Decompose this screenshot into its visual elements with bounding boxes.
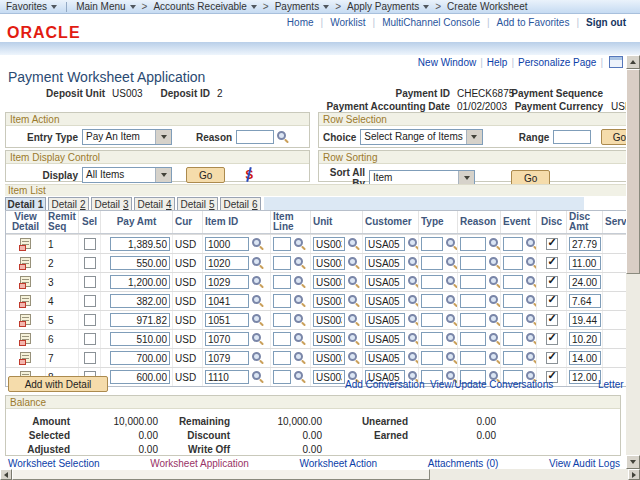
type-input[interactable] — [421, 313, 443, 327]
lookup-icon[interactable] — [526, 295, 537, 307]
unit-input[interactable] — [313, 313, 345, 327]
lookup-icon[interactable] — [489, 333, 501, 345]
breadcrumb-main-menu[interactable]: Main Menu — [76, 1, 135, 12]
lookup-icon[interactable] — [252, 352, 264, 364]
currency-detail-icon[interactable]: S — [243, 168, 255, 182]
disc-checkbox[interactable] — [546, 276, 558, 288]
link-worklist[interactable]: Worklist — [330, 17, 365, 28]
lookup-icon[interactable] — [489, 314, 501, 326]
view-detail-icon[interactable] — [19, 257, 33, 270]
view-detail-icon[interactable] — [19, 276, 33, 289]
disc-amt-input[interactable] — [569, 332, 601, 346]
link-add-to-favorites[interactable]: Add to Favorites — [497, 17, 570, 28]
item-id-input[interactable] — [205, 332, 249, 346]
item-id-input[interactable] — [205, 237, 249, 251]
item-id-input[interactable] — [205, 313, 249, 327]
disc-amt-input[interactable] — [569, 294, 601, 308]
choice-select[interactable]: Select Range of Items — [360, 129, 482, 145]
tab-detail-3[interactable]: Detail3 — [91, 197, 132, 210]
reason-row-input[interactable] — [460, 351, 486, 365]
lookup-icon[interactable] — [252, 276, 264, 288]
sel-checkbox[interactable] — [84, 314, 96, 326]
reason-row-input[interactable] — [460, 256, 486, 270]
type-input[interactable] — [421, 256, 443, 270]
unit-input[interactable] — [313, 275, 345, 289]
item-line-input[interactable] — [273, 256, 291, 270]
type-input[interactable] — [421, 294, 443, 308]
lookup-icon[interactable] — [526, 257, 537, 269]
lookup-icon[interactable] — [348, 276, 360, 288]
breadcrumb-create-worksheet[interactable]: Create Worksheet — [447, 1, 527, 12]
link-multichannel-console[interactable]: MultiChannel Console — [382, 17, 480, 28]
customer-input[interactable] — [365, 237, 405, 251]
customer-input[interactable] — [365, 351, 405, 365]
unit-input[interactable] — [313, 256, 345, 270]
personalize-layout-icon[interactable] — [609, 56, 623, 68]
sel-checkbox[interactable] — [84, 257, 96, 269]
sel-checkbox[interactable] — [84, 276, 96, 288]
item-id-input[interactable] — [205, 351, 249, 365]
item-line-input[interactable] — [273, 370, 291, 384]
disc-amt-input[interactable] — [569, 256, 601, 270]
lookup-icon[interactable] — [408, 276, 419, 288]
reason-input[interactable] — [236, 130, 274, 144]
disc-checkbox[interactable] — [546, 295, 558, 307]
item-line-input[interactable] — [273, 351, 291, 365]
lookup-icon[interactable] — [489, 295, 501, 307]
disc-amt-input[interactable] — [569, 275, 601, 289]
reason-row-input[interactable] — [460, 313, 486, 327]
lookup-icon[interactable] — [446, 238, 458, 250]
lookup-icon[interactable] — [252, 257, 264, 269]
breadcrumb-payments[interactable]: Payments — [275, 1, 329, 12]
lookup-icon[interactable] — [446, 276, 458, 288]
lookup-icon[interactable] — [526, 352, 537, 364]
event-input[interactable] — [503, 313, 523, 327]
entry-type-select[interactable]: Pay An Item — [82, 129, 172, 145]
lookup-icon[interactable] — [252, 371, 264, 383]
horizontal-scroll-thumb[interactable] — [12, 469, 430, 480]
sel-checkbox[interactable] — [84, 333, 96, 345]
pay-amt-input[interactable] — [110, 275, 170, 289]
pay-amt-input[interactable] — [110, 294, 170, 308]
link-sign-out[interactable]: Sign out — [586, 17, 626, 28]
lookup-icon[interactable] — [446, 257, 458, 269]
pay-amt-input[interactable] — [110, 370, 170, 384]
link-personalize-page[interactable]: Personalize Page — [518, 57, 596, 68]
lookup-icon[interactable] — [489, 257, 501, 269]
lookup-icon[interactable] — [252, 333, 264, 345]
link-add-conversation[interactable]: Add Conversation — [345, 379, 425, 390]
unit-input[interactable] — [313, 237, 345, 251]
item-line-input[interactable] — [273, 332, 291, 346]
sel-checkbox[interactable] — [84, 295, 96, 307]
tab-detail-2[interactable]: Detail2 — [48, 197, 89, 210]
tab-detail-6[interactable]: Detail6 — [220, 197, 261, 210]
unit-input[interactable] — [313, 351, 345, 365]
customer-input[interactable] — [365, 313, 405, 327]
item-line-input[interactable] — [273, 313, 291, 327]
lookup-icon[interactable] — [348, 295, 360, 307]
pay-amt-input[interactable] — [110, 313, 170, 327]
lookup-icon[interactable] — [489, 352, 501, 364]
sel-checkbox[interactable] — [84, 352, 96, 364]
disc-amt-input[interactable] — [569, 351, 601, 365]
link-letter[interactable]: Letter — [598, 379, 624, 390]
pay-amt-input[interactable] — [110, 332, 170, 346]
view-detail-icon[interactable] — [19, 314, 33, 327]
link-worksheet-action[interactable]: Worksheet Action — [300, 458, 378, 469]
lookup-icon[interactable] — [446, 333, 458, 345]
lookup-icon[interactable] — [526, 333, 537, 345]
display-select[interactable]: All Items — [82, 167, 172, 183]
disc-checkbox[interactable] — [546, 314, 558, 326]
item-id-input[interactable] — [205, 256, 249, 270]
view-detail-icon[interactable] — [19, 333, 33, 346]
lookup-icon[interactable] — [408, 333, 419, 345]
reason-row-input[interactable] — [460, 294, 486, 308]
lookup-icon[interactable] — [526, 276, 537, 288]
disc-amt-input[interactable] — [569, 370, 601, 384]
pay-amt-input[interactable] — [110, 237, 170, 251]
range-input[interactable] — [553, 130, 591, 144]
customer-input[interactable] — [365, 294, 405, 308]
unit-input[interactable] — [313, 294, 345, 308]
view-detail-icon[interactable] — [19, 295, 33, 308]
reason-row-input[interactable] — [460, 275, 486, 289]
